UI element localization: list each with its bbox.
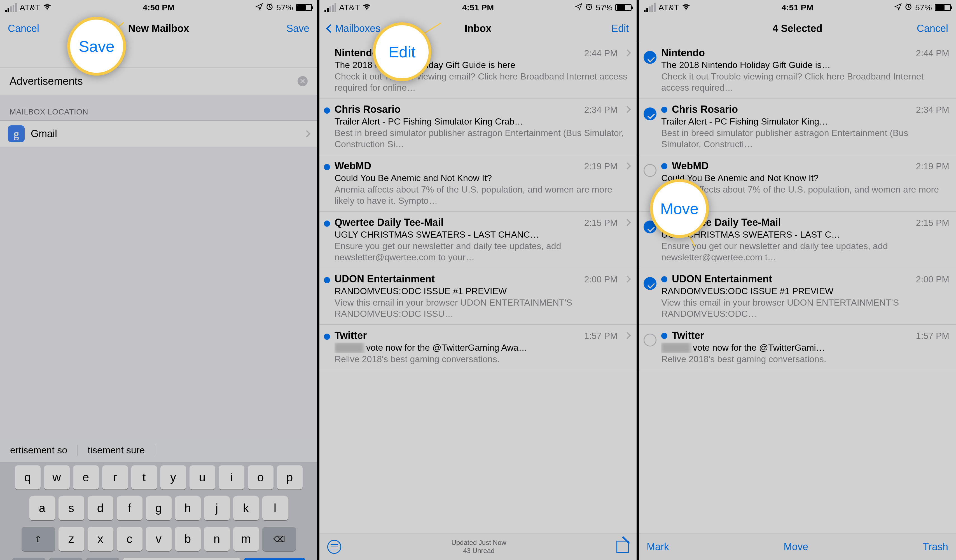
- message-row[interactable]: Chris Rosario2:34 PMTrailer Alert - PC F…: [319, 99, 637, 155]
- suggestion[interactable]: tisement sure: [77, 445, 155, 456]
- key-🌐[interactable]: 🌐: [49, 558, 83, 560]
- key-space[interactable]: space: [123, 558, 241, 560]
- trash-button[interactable]: Trash: [923, 541, 948, 553]
- preview-label: Best in breed simulator publisher astrag…: [335, 127, 630, 150]
- preview-label: Ensure you get our newsletter and daily …: [335, 240, 630, 263]
- key-h[interactable]: h: [175, 496, 201, 520]
- sender-label: Qwertee Daily Tee-Mail: [672, 216, 912, 228]
- key-w[interactable]: w: [44, 466, 70, 489]
- preview-label: Relive 2018's best gaming conversations.: [661, 353, 949, 365]
- mark-button[interactable]: Mark: [647, 541, 669, 553]
- time-label: 1:57 PM: [916, 331, 949, 341]
- key-l[interactable]: l: [262, 496, 288, 520]
- subject-label: Trailer Alert - PC Fishing Simulator Kin…: [335, 116, 630, 127]
- message-row[interactable]: Chris Rosario2:34 PMTrailer Alert - PC F…: [639, 99, 956, 155]
- message-row[interactable]: Nintendo2:44 PMThe 2018 Nintendo Holiday…: [319, 42, 637, 99]
- key-d[interactable]: d: [88, 496, 113, 520]
- status-bar: AT&T 4:50 PM 57%: [0, 0, 317, 15]
- key-o[interactable]: o: [248, 466, 274, 489]
- key-a[interactable]: a: [29, 496, 55, 520]
- message-row[interactable]: Twitter1:57 PMxxxxxx vote now for the @T…: [639, 325, 956, 370]
- select-checkbox[interactable]: [643, 51, 656, 64]
- select-checkbox[interactable]: [643, 334, 656, 347]
- suggestion[interactable]: ertisement so: [0, 445, 77, 456]
- updated-label: Updated Just Now: [451, 539, 506, 547]
- callout-edit: Edit: [373, 22, 431, 81]
- nav-title: Inbox: [319, 23, 637, 35]
- status-bar: AT&T 4:51 PM 57%: [639, 0, 956, 15]
- message-row[interactable]: Qwertee Daily Tee-Mail2:15 PMUGLY CHRIST…: [319, 212, 637, 268]
- clear-text-icon[interactable]: ✕: [297, 76, 308, 86]
- unread-dot-icon: [324, 107, 330, 114]
- nav-title: New Mailbox: [0, 23, 317, 35]
- preview-label: Check it out Trouble viewing email? Clic…: [335, 71, 630, 93]
- chevron-right-icon: [624, 219, 631, 226]
- key-i[interactable]: i: [219, 466, 244, 489]
- key-z[interactable]: z: [58, 527, 84, 551]
- key-f[interactable]: f: [117, 496, 143, 520]
- sender-label: Chris Rosario: [672, 104, 912, 115]
- key-e[interactable]: e: [73, 466, 99, 489]
- nav-bar: Cancel New Mailbox Save: [0, 15, 317, 42]
- key-c[interactable]: c: [117, 527, 143, 551]
- subject-label: Trailer Alert - PC Fishing Simulator Kin…: [661, 116, 949, 127]
- time-label: 2:15 PM: [916, 218, 949, 228]
- message-row[interactable]: WebMD2:19 PMCould You Be Anemic and Not …: [319, 155, 637, 212]
- select-checkbox[interactable]: [643, 107, 656, 120]
- filter-button[interactable]: [327, 540, 341, 554]
- key-b[interactable]: b: [175, 527, 201, 551]
- mailbox-name-input[interactable]: [9, 75, 248, 87]
- unread-dot-icon: [324, 334, 330, 340]
- key-k[interactable]: k: [233, 496, 259, 520]
- time-label: 2:34 PM: [584, 105, 618, 115]
- subject-label: UGLY CHRISTMAS SWEATERS - LAST CHANC…: [335, 229, 630, 240]
- battery-icon: [935, 4, 951, 11]
- key-n[interactable]: n: [204, 527, 230, 551]
- toolbar: Updated Just Now 43 Unread: [319, 533, 637, 560]
- time-label: 2:19 PM: [916, 161, 949, 171]
- unread-dot-icon: [324, 277, 330, 283]
- time-label: 2:00 PM: [916, 274, 949, 285]
- select-checkbox[interactable]: [643, 277, 656, 290]
- key-123[interactable]: 123: [12, 558, 46, 560]
- key-y[interactable]: y: [160, 466, 186, 489]
- preview-label: View this email in your browser UDON ENT…: [335, 297, 630, 319]
- select-checkbox[interactable]: [643, 164, 656, 177]
- callout-save: Save: [67, 17, 126, 75]
- screen-selected: AT&T 4:51 PM 57% 4 Selected Cancel Ninte…: [638, 0, 956, 560]
- key-⌫[interactable]: ⌫: [262, 527, 296, 551]
- key-⇧[interactable]: ⇧: [22, 527, 55, 551]
- subject-label: Could You Be Anemic and Not Know It?: [335, 173, 630, 183]
- move-button[interactable]: Move: [783, 541, 808, 553]
- clock: 4:51 PM: [639, 3, 956, 12]
- key-m[interactable]: m: [233, 527, 259, 551]
- screen-inbox: AT&T 4:51 PM 57% Mailboxes Inbox Edit Ni…: [318, 0, 638, 560]
- message-row[interactable]: Nintendo2:44 PMThe 2018 Nintendo Holiday…: [639, 42, 956, 99]
- callout-move: Move: [650, 179, 709, 238]
- key-v[interactable]: v: [146, 527, 171, 551]
- keyboard[interactable]: ertisement so tisement sure qwertyuiop a…: [0, 438, 317, 560]
- compose-button[interactable]: [616, 541, 629, 553]
- key-j[interactable]: j: [204, 496, 230, 520]
- message-list: Nintendo2:44 PMThe 2018 Nintendo Holiday…: [319, 42, 637, 560]
- chevron-right-icon: [624, 49, 631, 56]
- unread-dot-icon: [661, 333, 667, 339]
- quicktype-bar: ertisement so tisement sure: [0, 438, 317, 462]
- key-🎤[interactable]: 🎤: [86, 558, 120, 560]
- key-q[interactable]: q: [15, 466, 41, 489]
- key-s[interactable]: s: [58, 496, 84, 520]
- key-g[interactable]: g: [146, 496, 171, 520]
- preview-label: Best in breed simulator publisher astrag…: [661, 127, 949, 150]
- message-row[interactable]: UDON Entertainment2:00 PMRANDOMVEUS:ODC …: [639, 268, 956, 325]
- key-p[interactable]: p: [277, 466, 303, 489]
- unread-dot-icon: [324, 221, 330, 227]
- screen-new-mailbox: AT&T 4:50 PM 57% Cancel New Mailbox Save: [0, 0, 318, 560]
- key-x[interactable]: x: [88, 527, 113, 551]
- key-Done[interactable]: Done: [244, 558, 305, 560]
- message-row[interactable]: Twitter1:57 PMxxxxxx vote now for the @T…: [319, 325, 637, 370]
- mailbox-location-row[interactable]: g Gmail: [0, 120, 317, 147]
- key-u[interactable]: u: [190, 466, 215, 489]
- key-t[interactable]: t: [131, 466, 157, 489]
- key-r[interactable]: r: [102, 466, 128, 489]
- message-row[interactable]: UDON Entertainment2:00 PMRANDOMVEUS:ODC …: [319, 268, 637, 325]
